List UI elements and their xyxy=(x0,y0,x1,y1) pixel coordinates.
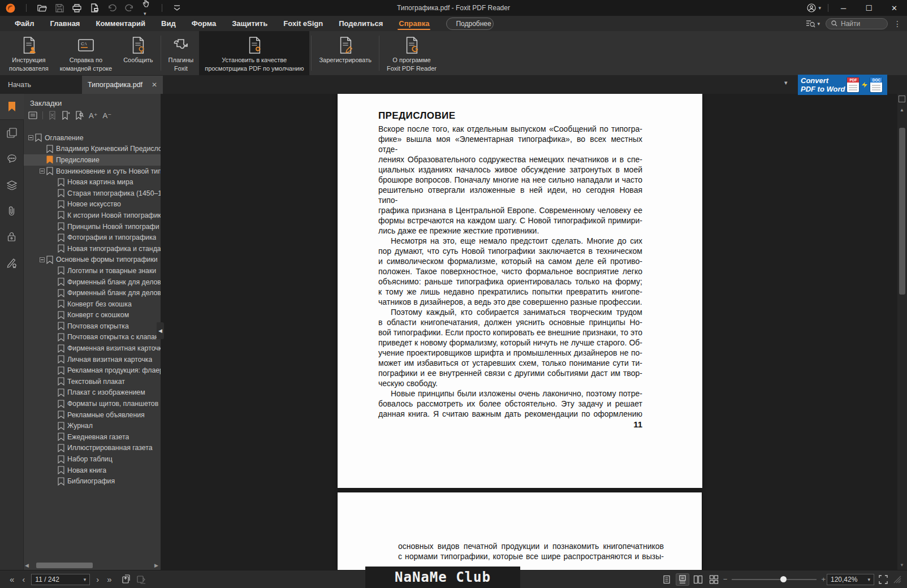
tab-start[interactable]: Начать xyxy=(0,76,82,94)
facing-view-button[interactable] xyxy=(692,574,705,585)
delete-bookmark-icon[interactable] xyxy=(48,111,57,120)
assistant-pill-button[interactable]: Подробнее xyxy=(446,18,494,30)
find-current-bookmark-icon[interactable] xyxy=(75,111,84,120)
hand-tool-icon[interactable]: ▾ xyxy=(142,0,151,18)
panel-collapse-handle[interactable]: ◀ xyxy=(157,322,164,339)
bookmark-tree-item[interactable]: Старая типографика (1450–19 xyxy=(24,188,161,199)
sidebar-layers-button[interactable] xyxy=(0,172,24,198)
bookmark-tree-item[interactable]: Журнал xyxy=(24,420,161,431)
continuous-view-button[interactable] xyxy=(676,574,689,585)
close-button[interactable]: ✕ xyxy=(882,0,907,16)
next-page-button[interactable]: › xyxy=(92,574,103,584)
undo-icon[interactable] xyxy=(107,4,116,12)
collapse-node-icon[interactable] xyxy=(37,168,46,174)
menu-item[interactable]: Foxit eSign xyxy=(275,16,331,31)
bookmark-tree-item[interactable]: Новая типографика и стандар xyxy=(24,243,161,254)
scroll-left-icon[interactable]: ◀ xyxy=(25,563,31,568)
bookmark-tree-item[interactable]: Новая картина мира xyxy=(24,176,161,188)
sidebar-bookmarks-button[interactable] xyxy=(0,94,24,120)
bookmark-tree-item[interactable]: Конверт с окошком xyxy=(24,310,161,321)
menu-item[interactable]: Вид xyxy=(153,16,184,31)
collapse-bookmarks-icon[interactable]: A⁻ xyxy=(103,111,112,120)
bookmark-tree-item[interactable]: Фотография и типографика xyxy=(24,232,161,243)
sidebar-pages-button[interactable] xyxy=(0,120,24,146)
ribbon-button-user-guide[interactable]: Инструкцияпользователя xyxy=(3,31,54,75)
single-page-view-button[interactable] xyxy=(660,574,673,585)
scroll-up-icon[interactable]: ▲ xyxy=(900,107,904,113)
bookmark-tree-item[interactable]: Почтовая открытка с клапано xyxy=(24,332,161,343)
convert-banner-caret-icon[interactable]: ▾ xyxy=(784,79,788,87)
customize-toolbar-icon[interactable] xyxy=(173,5,181,11)
document-viewport[interactable]: ПРЕДИСЛОВИЕ Вскоре после того, как отдел… xyxy=(161,94,907,570)
bookmark-tree-item[interactable]: Текстовый плакат xyxy=(24,376,161,387)
menu-item[interactable]: Защитить xyxy=(224,16,275,31)
zoom-in-button[interactable]: + xyxy=(820,575,827,583)
bookmark-tree-item[interactable]: Логотипы и товарные знаки xyxy=(24,265,161,276)
ribbon-button-register[interactable]: Зарегистрировать xyxy=(313,31,377,75)
bookmark-tree-item[interactable]: Основные формы типографики xyxy=(24,254,161,266)
bookmark-tree-item[interactable]: Форматы щитов, планшетов xyxy=(24,398,161,409)
zoom-slider[interactable] xyxy=(732,574,817,585)
zoom-level-field[interactable]: 120,42% ▾ xyxy=(827,574,874,585)
zoom-out-button[interactable]: − xyxy=(722,575,729,583)
search-input[interactable]: Найти xyxy=(826,18,888,29)
convert-pdf-to-word-button[interactable]: Convert PDF to Word PDF DOC xyxy=(798,75,887,95)
bookmark-tree-item[interactable]: Библиография xyxy=(24,475,161,487)
scrollbar-thumb[interactable] xyxy=(36,563,93,568)
bookmark-tree-item[interactable]: Новая книга xyxy=(24,465,161,476)
expand-bookmarks-icon[interactable]: A⁺ xyxy=(89,111,98,120)
scrollbar-thumb[interactable] xyxy=(899,128,905,295)
zoom-slider-thumb[interactable] xyxy=(780,576,787,582)
ribbon-button-plugins[interactable]: ПлагиныFoxit xyxy=(163,31,200,75)
bookmark-tree-item[interactable]: Фирменный бланк для делов xyxy=(24,287,161,299)
menu-item[interactable]: Главная xyxy=(42,16,88,31)
next-view-icon[interactable] xyxy=(136,574,146,585)
bookmark-tree-item[interactable]: К истории Новой типографик xyxy=(24,210,161,221)
scrollbar-track[interactable] xyxy=(31,562,153,569)
menu-item[interactable]: Форма xyxy=(184,16,224,31)
bookmark-tree-item[interactable]: Предисловие xyxy=(24,154,161,166)
ribbon-button-default-viewer[interactable]: Установить в качествепросмотрщика PDF по… xyxy=(199,31,309,75)
bookmark-tree-item[interactable]: Конверт без окошка xyxy=(24,299,161,310)
menu-item[interactable]: Поделиться xyxy=(331,16,391,31)
page-field-caret-icon[interactable]: ▾ xyxy=(84,577,87,582)
search-options-caret-icon[interactable]: ▾ xyxy=(817,21,820,27)
bookmark-tree-item[interactable]: Возникновение и суть Новой тип xyxy=(24,166,161,177)
more-menu-icon[interactable]: ⋮ xyxy=(893,19,901,28)
bookmark-tree-item[interactable]: Рекламные объявления xyxy=(24,409,161,421)
vertical-scrollbar[interactable]: ▲ ▼ xyxy=(897,94,907,570)
previous-view-icon[interactable] xyxy=(120,574,131,585)
fullscreen-icon[interactable] xyxy=(879,575,888,584)
menu-item[interactable]: Справка xyxy=(391,16,437,31)
last-page-button[interactable]: » xyxy=(103,574,115,584)
bookmark-tree-item[interactable]: Личная визитная карточка xyxy=(24,354,161,365)
menu-item[interactable]: Комментарий xyxy=(88,16,153,31)
ribbon-button-about[interactable]: О программеFoxit PDF Reader xyxy=(381,31,442,75)
zoom-slider-track[interactable] xyxy=(732,579,817,580)
print-current-page-icon[interactable] xyxy=(90,3,99,12)
sidebar-comments-button[interactable] xyxy=(0,146,24,172)
maximize-button[interactable]: ☐ xyxy=(856,0,882,16)
bookmark-tree-item[interactable]: Рекламная продукция: флаер xyxy=(24,365,161,376)
ribbon-button-cmd-help[interactable]: C:\Справка покомандной строке xyxy=(54,31,118,75)
scrollbar-top-box[interactable] xyxy=(899,96,905,102)
bookmark-tree-item[interactable]: Оглавление xyxy=(24,132,161,144)
bookmark-tree-item[interactable]: Иллюстрированная газета xyxy=(24,443,161,454)
resize-grip[interactable] xyxy=(893,576,901,583)
bookmark-tree-item[interactable]: Фирменный бланк для делов xyxy=(24,276,161,288)
sidebar-security-button[interactable] xyxy=(0,224,24,250)
account-caret-icon[interactable]: ▾ xyxy=(818,5,821,11)
collapse-node-icon[interactable] xyxy=(37,257,46,262)
minimize-button[interactable]: ─ xyxy=(831,0,856,16)
open-file-icon[interactable] xyxy=(37,4,47,12)
bookmark-tree-item[interactable]: Фирменная визитная карточк xyxy=(24,343,161,354)
bookmark-tree-item[interactable]: Плакат с изображением xyxy=(24,387,161,399)
bookmark-tree-item[interactable]: Новое искусство xyxy=(24,199,161,210)
scroll-right-icon[interactable]: ▶ xyxy=(153,563,158,568)
search-options-icon[interactable]: ▾ xyxy=(806,20,820,28)
first-page-button[interactable]: « xyxy=(6,574,18,584)
page-number-field[interactable]: 11 / 242 ▾ xyxy=(31,574,90,585)
bookmark-options-icon[interactable] xyxy=(28,111,37,119)
tab-close-icon[interactable]: ✕ xyxy=(152,81,157,89)
add-bookmark-icon[interactable] xyxy=(62,111,70,120)
